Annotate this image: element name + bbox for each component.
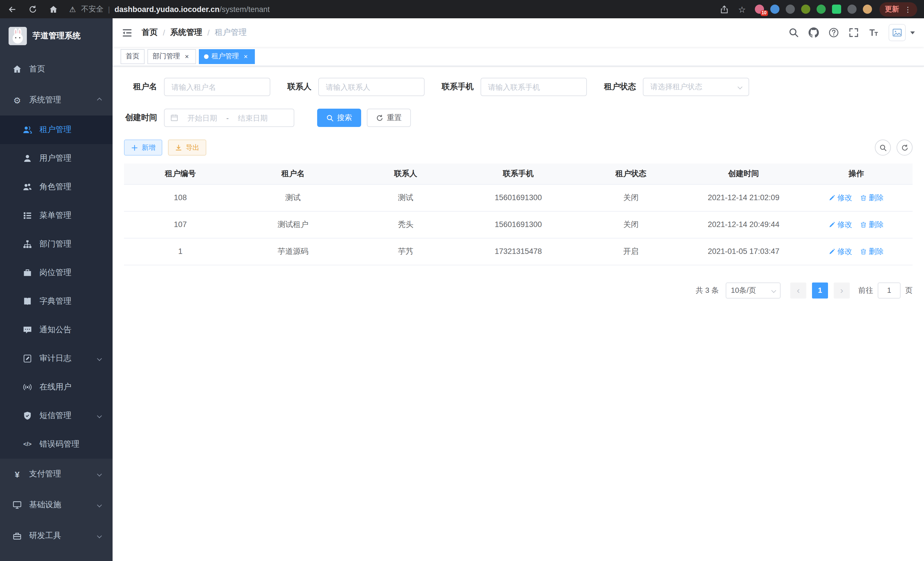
reset-button[interactable]: 重置 <box>367 109 411 127</box>
sidebar-item-研发工具[interactable]: 研发工具 <box>0 520 112 551</box>
delete-link[interactable]: 删除 <box>860 246 884 256</box>
extensions-row: 10 <box>754 5 872 14</box>
fullscreen-icon[interactable] <box>849 27 859 38</box>
edit-link-label: 修改 <box>837 246 852 256</box>
search-form: 租户名 联系人 联系手机 租户状态 <box>124 78 913 127</box>
app-logo-row[interactable]: 芋道管理系统 <box>0 18 112 54</box>
start-date-input[interactable] <box>181 114 224 122</box>
cell-mobile: 15601691300 <box>462 211 574 238</box>
share-icon[interactable] <box>719 4 729 14</box>
contact-input[interactable] <box>318 78 424 96</box>
page-size-select[interactable]: 10条/页 <box>726 282 781 298</box>
search-button[interactable]: 搜索 <box>317 109 361 127</box>
extension-icon[interactable] <box>785 5 795 14</box>
create-time-range-picker[interactable]: - <box>164 109 294 127</box>
font-size-icon[interactable] <box>868 27 879 38</box>
sidebar: 芋道管理系统 首页⚙系统管理租户管理用户管理角色管理菜单管理部门管理岗位管理字典… <box>0 18 112 561</box>
sidebar-item-字典管理[interactable]: 字典管理 <box>0 287 112 316</box>
prev-page-button[interactable]: ‹ <box>790 282 806 298</box>
next-page-button[interactable]: › <box>834 282 850 298</box>
home-icon <box>13 65 22 74</box>
extension-icon[interactable] <box>816 5 825 14</box>
cell-name: 测试租户 <box>237 211 349 238</box>
add-button[interactable]: 新增 <box>124 140 162 156</box>
page-unit-label: 页 <box>905 285 913 295</box>
security-indicator[interactable]: ⚠ 不安全 <box>68 4 104 14</box>
breadcrumb-item[interactable]: 系统管理 <box>170 27 202 38</box>
bookmark-star-icon[interactable]: ☆ <box>737 4 747 14</box>
page-button-1[interactable]: 1 <box>812 282 828 298</box>
tab-租户管理[interactable]: 租户管理× <box>199 49 255 64</box>
chevron-down-icon <box>910 31 915 34</box>
browser-home-icon[interactable] <box>48 4 58 14</box>
extension-icon[interactable] <box>770 5 779 14</box>
sidebar-item-基础设施[interactable]: 基础设施 <box>0 490 112 520</box>
end-date-input[interactable] <box>231 114 274 122</box>
mobile-input[interactable] <box>481 78 587 96</box>
tenant-name-input[interactable] <box>164 78 270 96</box>
sidebar-item-在线用户[interactable]: 在线用户 <box>0 373 112 402</box>
reload-icon[interactable] <box>27 4 38 14</box>
sidebar-item-岗位管理[interactable]: 岗位管理 <box>0 259 112 287</box>
tab-label: 首页 <box>126 51 140 61</box>
breadcrumb-item[interactable]: 首页 <box>142 27 158 38</box>
sidebar-item-角色管理[interactable]: 角色管理 <box>0 173 112 201</box>
delete-link-label: 删除 <box>869 219 884 230</box>
refresh-table-button[interactable] <box>897 140 913 156</box>
chevron-down-icon <box>97 356 102 361</box>
user-avatar-dropdown[interactable] <box>889 24 915 41</box>
cell-id: 108 <box>124 184 237 211</box>
user-icon <box>23 154 32 163</box>
refresh-icon <box>901 144 908 151</box>
sidebar-fold-icon[interactable] <box>122 27 133 38</box>
search-icon[interactable] <box>789 27 799 38</box>
table-column-header: 租户状态 <box>574 164 687 184</box>
sidebar-item-支付管理[interactable]: ¥支付管理 <box>0 459 112 490</box>
browser-menu-icon[interactable]: ⋮ <box>904 5 911 14</box>
delete-link[interactable]: 删除 <box>860 219 884 230</box>
sidebar-item-租户管理[interactable]: 租户管理 <box>0 116 112 144</box>
dict-icon <box>23 297 32 306</box>
extension-icon[interactable] <box>832 5 841 14</box>
online-icon <box>23 383 32 392</box>
sidebar-item-短信管理[interactable]: 短信管理 <box>0 402 112 430</box>
goto-page-input[interactable] <box>878 282 901 298</box>
help-icon[interactable] <box>829 27 839 38</box>
sidebar-item-用户管理[interactable]: 用户管理 <box>0 144 112 173</box>
tab-close-icon[interactable]: × <box>242 52 250 60</box>
chevron-down-icon <box>97 503 102 508</box>
sidebar-item-通知公告[interactable]: 通知公告 <box>0 316 112 344</box>
address-bar[interactable]: dashboard.yudao.iocoder.cn /system/tenan… <box>115 5 719 14</box>
update-button[interactable]: 更新 ⋮ <box>879 2 917 16</box>
tenant-status-select[interactable]: 请选择租户状态 <box>643 78 749 96</box>
sidebar-item-审计日志[interactable]: 审计日志 <box>0 344 112 373</box>
extension-icon[interactable]: 10 <box>754 5 764 14</box>
pagination: 共 3 条 10条/页 ‹ 1 › 前往 页 <box>124 282 913 298</box>
chevron-down-icon <box>97 472 102 477</box>
extension-icon[interactable] <box>801 5 810 14</box>
sidebar-item-菜单管理[interactable]: 菜单管理 <box>0 201 112 230</box>
edit-link[interactable]: 修改 <box>829 193 852 203</box>
extension-icon[interactable] <box>847 5 856 14</box>
cell-id: 1 <box>124 238 237 265</box>
sidebar-item-部门管理[interactable]: 部门管理 <box>0 230 112 259</box>
active-tab-dot <box>204 54 208 59</box>
tab-首页[interactable]: 首页 <box>121 49 145 64</box>
tab-close-icon[interactable]: × <box>183 52 191 60</box>
sidebar-item-label: 错误码管理 <box>39 439 80 450</box>
sidebar-item-首页[interactable]: 首页 <box>0 54 112 85</box>
sidebar-item-错误码管理[interactable]: </>错误码管理 <box>0 430 112 459</box>
tab-部门管理[interactable]: 部门管理× <box>147 49 196 64</box>
back-icon[interactable] <box>7 4 17 14</box>
edit-link[interactable]: 修改 <box>829 246 852 256</box>
export-button[interactable]: 导出 <box>168 140 206 156</box>
table-column-header: 租户名 <box>237 164 349 184</box>
sidebar-item-系统管理[interactable]: ⚙系统管理 <box>0 85 112 116</box>
edit-link[interactable]: 修改 <box>829 219 852 230</box>
delete-link[interactable]: 删除 <box>860 193 884 203</box>
extension-icon[interactable] <box>862 5 872 14</box>
plus-icon <box>131 144 138 151</box>
github-icon[interactable] <box>808 27 819 38</box>
search-toggle-button[interactable] <box>875 140 891 156</box>
edit-link-label: 修改 <box>837 219 852 230</box>
